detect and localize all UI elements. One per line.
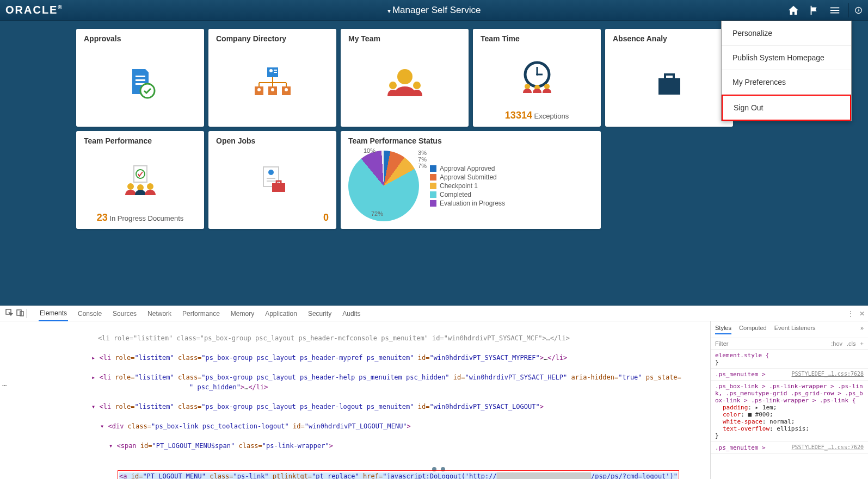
compass-icon[interactable] [848,3,863,17]
header-icons [786,3,863,17]
org-chart-icon [216,46,329,121]
svg-point-18 [271,88,274,91]
styles-tabs: Styles Computed Event Listeners » [711,321,868,338]
pie-label: 72% [371,210,383,217]
header-bar: ORACLE® Manager Self Service [0,0,868,21]
tab-application[interactable]: Application [264,307,298,321]
add-rule-button[interactable]: + [860,340,864,347]
styles-filter-input[interactable] [715,340,827,347]
devtools-tabs: Elements Console Sources Network Perform… [0,306,868,321]
cls-toggle[interactable]: .cls [847,340,856,347]
svg-point-29 [544,84,550,89]
pie-chart-wrap: 3% 7% 7% 72% 10% Approval Approved Appro… [348,148,593,223]
svg-rect-40 [267,181,275,182]
devtools-body: <li role="listitem" class="ps_box-group … [0,321,868,479]
hamburger-icon[interactable] [828,3,842,17]
tab-elements[interactable]: Elements [39,306,68,321]
dropdown-my-preferences[interactable]: My Preferences [722,70,851,95]
dropdown-personalize[interactable]: Personalize [722,21,851,46]
svg-rect-2 [136,79,145,81]
tile-title: My Team [348,34,461,43]
my-team-tile[interactable]: My Team [341,29,469,127]
svg-rect-30 [658,78,680,95]
briefcase-icon [613,46,725,121]
open-jobs-tile[interactable]: Open Jobs 0 [208,131,336,229]
svg-rect-44 [17,310,21,315]
tab-performance[interactable]: Performance [181,307,221,321]
clock-team-icon [481,46,593,110]
refresh-icon[interactable] [849,459,861,474]
pie-label: 10% [364,147,375,154]
device-icon[interactable] [16,309,24,318]
team-performance-tile[interactable]: Team Performance 23 In Progress Document… [76,131,204,229]
tab-security[interactable]: Security [307,307,333,321]
team-time-tile[interactable]: Team Time 13314 Exceptions [473,29,601,127]
tile-title: Open Jobs [216,136,329,145]
inspect-icon[interactable] [5,309,13,318]
dropdown-sign-out[interactable]: Sign Out [722,95,851,121]
styles-filter-row: :hov .cls + [711,338,868,350]
tile-footer: 13314 Exceptions [481,110,593,121]
tab-console[interactable]: Console [77,307,103,321]
styles-panel: Styles Computed Event Listeners » :hov .… [710,321,868,479]
css-rules[interactable]: element.style {} PSSTYLEDEF_…1.css:7628.… [711,350,868,479]
styles-tab[interactable]: Styles [715,325,731,334]
svg-rect-8 [274,72,277,73]
header-title-dropdown[interactable]: Manager Self Service [387,5,481,16]
svg-point-6 [269,69,273,72]
svg-point-17 [257,88,261,91]
pie-label: 3% [418,150,427,156]
event-listeners-tab[interactable]: Event Listeners [774,325,816,334]
flag-icon[interactable] [807,3,821,17]
svg-point-34 [127,183,134,190]
tile-title: Absence Analy [613,34,725,43]
absence-analytics-tile[interactable]: Absence Analy [605,29,733,127]
tile-title: Team Performance Status [348,136,593,145]
pie-label: 7% [418,156,427,163]
computed-tab[interactable]: Computed [739,325,767,334]
tab-sources[interactable]: Sources [112,307,138,321]
svg-point-22 [413,82,421,89]
team-icon [348,46,461,121]
tile-footer: 23 In Progress Documents [84,212,196,223]
devtools-panel: Elements Console Sources Network Perform… [0,306,868,479]
tile-title: Team Time [481,34,593,43]
dropdown-publish-homepage[interactable]: Publish System Homepage [722,46,851,70]
company-directory-tile[interactable]: Company Directory [208,29,336,127]
pie-chart [348,151,419,221]
svg-point-36 [147,183,153,190]
svg-point-27 [525,84,530,89]
tab-network[interactable]: Network [146,307,173,321]
devtools-close-icon[interactable]: ✕ [859,310,865,318]
actions-dropdown: Personalize Publish System Homepage My P… [721,21,852,121]
svg-point-21 [389,82,397,89]
svg-point-19 [285,88,288,91]
hov-toggle[interactable]: :hov [831,340,842,347]
oracle-logo: ORACLE® [5,4,63,16]
svg-rect-39 [267,178,275,179]
briefcase-doc-icon [216,148,329,212]
svg-rect-7 [274,70,277,71]
svg-point-20 [397,69,413,84]
performance-icon [84,148,196,212]
styles-more-icon[interactable]: » [860,325,864,334]
tile-title: Company Directory [216,34,329,43]
tile-title: Team Performance [84,136,196,145]
tab-memory[interactable]: Memory [230,307,255,321]
approvals-icon [84,46,196,121]
svg-rect-1 [136,76,145,77]
tile-footer: 0 [216,212,329,223]
home-icon[interactable] [786,3,801,17]
tab-audits[interactable]: Audits [341,307,361,321]
pie-label: 7% [418,163,427,169]
team-performance-status-tile[interactable]: Team Performance Status 3% 7% 7% 72% 10%… [341,131,601,229]
svg-rect-31 [665,74,674,79]
elements-tree[interactable]: <li role="listitem" class="ps_box-group … [0,321,710,479]
tile-title: Approvals [84,34,196,43]
chart-legend: Approval Approved Approval Submitted Che… [430,164,505,208]
devtools-more-icon[interactable]: ⋮ [847,310,854,318]
app-viewport: ORACLE® Manager Self Service Approvals C… [0,0,868,306]
svg-point-38 [268,170,274,175]
approvals-tile[interactable]: Approvals [76,29,204,127]
